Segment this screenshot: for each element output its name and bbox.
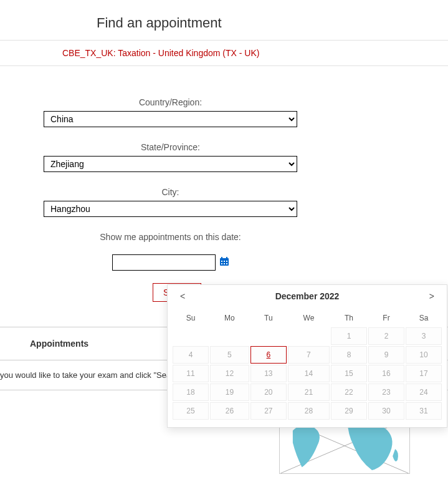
calendar-day-cell[interactable]: 21 (288, 383, 330, 390)
calendar-day-header: Fr (368, 310, 404, 326)
exam-label: CBE_TX_UK: Taxation - United Kingdom (TX… (0, 41, 448, 66)
calendar-day-cell[interactable]: 5 (210, 346, 249, 364)
calendar-day-cell[interactable]: 16 (368, 365, 404, 382)
calendar-day-header: Su (173, 310, 209, 326)
date-label: Show me appointments on this date: (44, 232, 297, 242)
calendar-popup: < December 2022 > SuMoTuWeThFrSa 1234567… (167, 284, 447, 390)
calendar-day-cell[interactable]: 14 (288, 365, 330, 382)
calendar-day-cell[interactable]: 8 (331, 346, 367, 364)
page-title: Find an appointment (0, 0, 448, 41)
calendar-empty-cell (210, 327, 249, 345)
calendar-day-cell[interactable]: 12 (210, 365, 249, 382)
svg-rect-8 (226, 263, 227, 264)
state-label: State/Province: (44, 142, 297, 152)
calendar-day-cell[interactable]: 6 (250, 346, 287, 364)
svg-rect-5 (226, 261, 227, 262)
calendar-day-cell[interactable]: 22 (331, 383, 367, 390)
svg-rect-7 (224, 263, 225, 264)
country-label: Country/Region: (44, 97, 297, 107)
search-form: Country/Region: China State/Province: Zh… (0, 72, 411, 314)
calendar-empty-cell (250, 327, 287, 345)
calendar-day-cell[interactable]: 2 (368, 327, 404, 345)
calendar-day-cell[interactable]: 10 (406, 346, 442, 364)
calendar-day-cell[interactable]: 19 (210, 383, 249, 390)
calendar-day-header: Sa (406, 310, 442, 326)
calendar-day-cell[interactable]: 24 (406, 383, 442, 390)
city-select[interactable]: Hangzhou (44, 201, 297, 217)
calendar-title: December 2022 (188, 291, 427, 301)
svg-rect-2 (226, 257, 227, 259)
calendar-day-header: Mo (210, 310, 249, 326)
city-label: City: (44, 187, 297, 197)
calendar-icon[interactable] (219, 256, 229, 269)
calendar-day-cell[interactable]: 23 (368, 383, 404, 390)
calendar-day-cell[interactable]: 18 (173, 383, 209, 390)
svg-rect-3 (221, 261, 222, 262)
calendar-grid: SuMoTuWeThFrSa 1234567891011121314151617… (168, 306, 447, 390)
calendar-day-header: We (288, 310, 330, 326)
calendar-empty-cell (173, 327, 209, 345)
svg-rect-4 (224, 261, 225, 262)
calendar-day-cell[interactable]: 17 (406, 365, 442, 382)
calendar-day-cell[interactable]: 20 (250, 383, 287, 390)
calendar-next-button[interactable]: > (427, 291, 437, 301)
calendar-day-cell[interactable]: 4 (173, 346, 209, 364)
country-select[interactable]: China (44, 111, 297, 127)
svg-rect-1 (221, 257, 222, 259)
calendar-day-cell[interactable]: 9 (368, 346, 404, 364)
state-select[interactable]: Zhejiang (44, 156, 297, 172)
calendar-day-header: Th (331, 310, 367, 326)
date-input[interactable] (112, 254, 216, 271)
calendar-prev-button[interactable]: < (178, 291, 188, 301)
calendar-day-cell[interactable]: 15 (331, 365, 367, 382)
calendar-empty-cell (288, 327, 330, 345)
calendar-day-cell[interactable]: 7 (288, 346, 330, 364)
calendar-day-header: Tu (250, 310, 287, 326)
calendar-day-cell[interactable]: 1 (331, 327, 367, 345)
calendar-day-cell[interactable]: 13 (250, 365, 287, 382)
svg-rect-6 (221, 263, 222, 264)
calendar-day-cell[interactable]: 3 (406, 327, 442, 345)
calendar-day-cell[interactable]: 11 (173, 365, 209, 382)
